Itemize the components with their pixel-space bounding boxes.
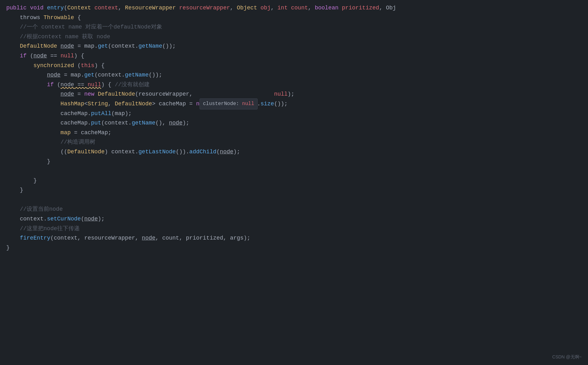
keyword-int: int bbox=[277, 5, 287, 11]
code-line-23: context.setCurNode(node); bbox=[0, 214, 588, 224]
code-line-16: ((DefaultNode) context.getLastNode()).ad… bbox=[0, 147, 588, 157]
keyword-null-squiggly: null bbox=[88, 82, 101, 88]
code-line-25: fireEntry(context, resourceWrapper, node… bbox=[0, 233, 588, 243]
code-line-15: //构造调用树 bbox=[0, 137, 588, 147]
keyword-boolean: boolean bbox=[315, 5, 339, 11]
code-editor: public void entry(Context context, Resou… bbox=[0, 0, 588, 365]
tooltip-box: clusterNode: null bbox=[200, 98, 258, 109]
code-line-1: public void entry(Context context, Resou… bbox=[0, 3, 588, 13]
keyword-throws: throws bbox=[20, 14, 40, 21]
tooltip-container: clusterNode: null bbox=[200, 89, 274, 99]
method-getlastnode: getLastNode bbox=[138, 149, 176, 155]
keyword-synchronized: synchronized bbox=[33, 62, 74, 69]
comment-cn-3: //没有就创建 bbox=[115, 82, 150, 88]
var-node-1: node bbox=[61, 43, 74, 49]
watermark: CSDN @无啊~ bbox=[552, 353, 582, 360]
watermark-text: CSDN @无啊~ bbox=[552, 354, 582, 359]
code-line-5: DefaultNode node = map.get(context.getNa… bbox=[0, 41, 588, 51]
code-line-18 bbox=[0, 166, 588, 176]
code-line-12: cacheMap.putAll(map); bbox=[0, 109, 588, 119]
method-putall: putAll bbox=[91, 110, 111, 117]
method-addchild: addChild bbox=[189, 149, 216, 155]
var-node-5: node bbox=[169, 120, 183, 126]
keyword-public: public bbox=[6, 5, 27, 11]
keyword-null-1: null bbox=[61, 53, 74, 59]
keyword-null-2: null bbox=[274, 91, 287, 97]
code-line-3: //一个 context name 对应着一个defaultNode对象 bbox=[0, 22, 588, 32]
method-size: size bbox=[260, 101, 274, 107]
var-node-4: node bbox=[61, 91, 74, 97]
method-getname-3: getName bbox=[132, 120, 156, 126]
method-entry: entry bbox=[47, 5, 64, 11]
code-line-14: map = cacheMap; bbox=[0, 128, 588, 138]
keyword-void: void bbox=[30, 5, 44, 11]
method-getname-1: getName bbox=[138, 43, 162, 49]
squiggly-equals: == bbox=[74, 82, 88, 88]
method-getname-2: getName bbox=[125, 72, 149, 78]
var-node-6: node bbox=[220, 149, 233, 155]
type-object: Object bbox=[237, 5, 257, 11]
comment-cn-6: //这里把node往下传递 bbox=[20, 225, 80, 232]
code-line-21 bbox=[0, 195, 588, 205]
var-map: map bbox=[61, 130, 71, 136]
method-setcurnode: setCurNode bbox=[47, 216, 81, 222]
type-context: Context bbox=[67, 5, 91, 11]
type-defaultnode-1: DefaultNode bbox=[20, 43, 57, 49]
code-line-2: throws Throwable { bbox=[0, 13, 588, 23]
code-line-24: //这里把node往下传递 bbox=[0, 224, 588, 234]
param-count: count bbox=[291, 5, 308, 11]
type-string: String bbox=[88, 101, 108, 107]
param-obj: obj bbox=[260, 5, 270, 11]
method-get-1: get bbox=[98, 43, 108, 49]
type-hashmap-1: HashMap bbox=[61, 101, 84, 107]
type-resourcewrapper: ResourceWrapper bbox=[125, 5, 176, 11]
code-line-8: node = map.get(context.getName()); bbox=[0, 70, 588, 80]
method-fireentry: fireEntry bbox=[20, 235, 50, 241]
type-defaultnode-2: DefaultNode bbox=[98, 91, 135, 97]
comment-cn-2: //根据context name 获取 node bbox=[20, 34, 110, 40]
param-resourcewrapper: resourceWrapper bbox=[179, 5, 230, 11]
method-get-2: get bbox=[84, 72, 94, 78]
code-line-13: cacheMap.put(context.getName(), node); bbox=[0, 118, 588, 128]
var-node-8: node bbox=[142, 235, 155, 241]
var-node-squiggly: node bbox=[61, 82, 74, 88]
tooltip-label: clusterNode: bbox=[203, 101, 242, 107]
code-line-22: //设置当前node bbox=[0, 204, 588, 214]
method-put: put bbox=[91, 120, 101, 126]
type-defaultnode-cast: DefaultNode bbox=[67, 149, 104, 155]
code-line-4: //根据context name 获取 node bbox=[0, 32, 588, 42]
code-line-20: } bbox=[0, 185, 588, 195]
param-context: context bbox=[94, 5, 118, 11]
code-line-6: if (node == null) { bbox=[0, 51, 588, 61]
code-line-11: HashMap<String, DefaultNode> cacheMap = … bbox=[0, 99, 588, 109]
code-line-7: synchronized (this) { bbox=[0, 61, 588, 71]
code-line-26: } bbox=[0, 243, 588, 253]
var-node-2: node bbox=[33, 53, 47, 59]
type-throwable: Throwable bbox=[44, 14, 74, 21]
keyword-new-1: new bbox=[84, 91, 94, 97]
var-node-7: node bbox=[84, 216, 98, 222]
keyword-this: this bbox=[81, 62, 94, 69]
comment-cn-1: //一个 context name 对应着一个defaultNode对象 bbox=[20, 24, 162, 30]
keyword-if-2: if bbox=[47, 82, 54, 88]
code-line-17: } bbox=[0, 157, 588, 167]
tooltip-anchor bbox=[200, 91, 274, 97]
code-line-19: } bbox=[0, 176, 588, 186]
type-defaultnode-3: DefaultNode bbox=[115, 101, 152, 107]
keyword-if-1: if bbox=[20, 53, 27, 59]
var-node-3: node bbox=[47, 72, 61, 78]
code-line-10: node = new DefaultNode(resourceWrapper, … bbox=[0, 89, 588, 99]
comment-cn-4: //构造调用树 bbox=[61, 139, 96, 145]
comment-cn-5: //设置当前node bbox=[20, 206, 63, 212]
tooltip-null-value: null bbox=[242, 101, 254, 107]
param-prioritized: prioritized bbox=[342, 5, 379, 11]
code-line-9: if (node == null) { //没有就创建 bbox=[0, 80, 588, 90]
